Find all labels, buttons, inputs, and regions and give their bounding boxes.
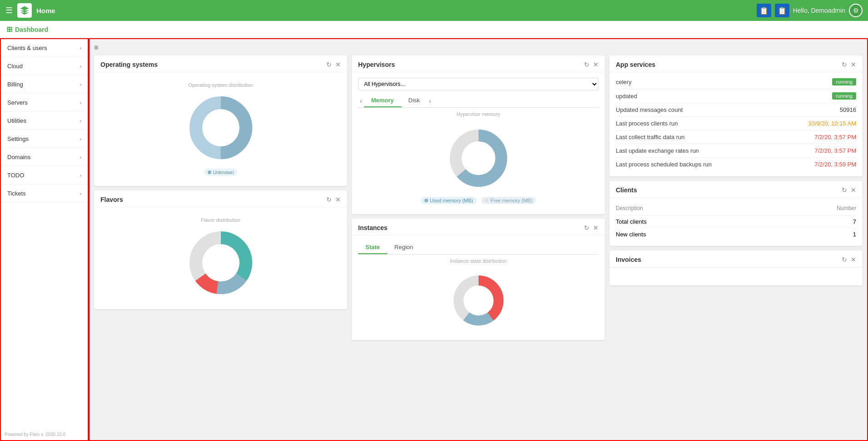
clients-col-num: Number xyxy=(763,203,856,215)
sidebar-item-servers[interactable]: Servers › xyxy=(1,94,88,112)
user-avatar[interactable]: ⚙ xyxy=(849,4,863,17)
sidebar-item-utilities[interactable]: Utilities › xyxy=(1,112,88,130)
exchange-label: Last update exchange rates run xyxy=(616,147,699,154)
app-service-row-exchange: Last update exchange rates run 7/2/20, 3… xyxy=(616,144,856,158)
hypervisors-tabs: ‹ Memory Disk › xyxy=(358,94,599,108)
chevron-right-icon: › xyxy=(80,45,81,51)
flavors-widget: Flavors ↻ ✕ Flavor distribution xyxy=(94,190,347,309)
hamburger-icon[interactable]: ☰ xyxy=(5,5,13,15)
clients-widget-title: Clients xyxy=(616,186,637,194)
content-header: ≡ xyxy=(94,44,863,52)
hyp-memory-chart: Used memory (MB) Free memory (MB) xyxy=(358,120,599,209)
hyp-prev-btn[interactable]: ‹ xyxy=(358,95,364,107)
hyp-legend-free: Free memory (MB) xyxy=(481,197,536,204)
hyp-tab-memory[interactable]: Memory xyxy=(364,94,401,107)
hypervisors-widget-refresh[interactable]: ↻ xyxy=(584,61,589,68)
sidebar-item-billing[interactable]: Billing › xyxy=(1,75,88,94)
invoices-widget-title: Invoices xyxy=(616,256,641,263)
celery-label: celery xyxy=(616,79,632,85)
traffic-label: Last collect traffic data run xyxy=(616,134,685,140)
instances-widget: Instances ↻ ✕ State Region Instance stat… xyxy=(352,219,605,340)
msg-count-value: 50916 xyxy=(840,106,856,113)
total-clients-value: 7 xyxy=(763,215,856,228)
col-right: App services ↻ ✕ celery running updated xyxy=(609,55,863,286)
flavors-widget-title: Flavors xyxy=(100,196,123,203)
updated-label: updated xyxy=(616,93,637,100)
chevron-right-icon: › xyxy=(80,190,81,197)
new-clients-value: 1 xyxy=(763,228,856,241)
clients-widget-refresh[interactable]: ↻ xyxy=(842,186,847,194)
hyp-next-btn[interactable]: › xyxy=(427,95,433,107)
instances-widget-refresh[interactable]: ↻ xyxy=(584,224,589,231)
topnav-btn1[interactable]: 📋 xyxy=(757,4,771,17)
dashboard-link[interactable]: ⊞ Dashboard xyxy=(6,25,48,34)
chevron-right-icon: › xyxy=(80,63,81,70)
chevron-right-icon: › xyxy=(80,172,81,179)
filter-icon[interactable]: ≡ xyxy=(94,44,98,51)
updated-status: running xyxy=(832,92,856,100)
sidebar-item-clients-users[interactable]: Clients & users › xyxy=(1,39,88,57)
clients-col-desc: Description xyxy=(616,203,763,215)
backups-value: 7/2/20, 3:59 PM xyxy=(814,161,856,168)
sidebar-footer: Powered by Fleio v. 2020.10.0 xyxy=(5,432,65,437)
app-services-refresh[interactable]: ↻ xyxy=(842,61,847,68)
hypervisors-widget-close[interactable]: ✕ xyxy=(593,61,599,68)
os-widget-close[interactable]: ✕ xyxy=(335,61,341,68)
os-widget-title: Operating systems xyxy=(100,61,158,68)
invoices-widget-refresh[interactable]: ↻ xyxy=(842,256,847,263)
instances-tabs: State Region xyxy=(358,241,599,255)
app-service-row-celery: celery running xyxy=(616,75,856,89)
exchange-value: 7/2/20, 3:57 PM xyxy=(814,147,856,154)
chevron-right-icon: › xyxy=(80,118,81,124)
inst-tab-state[interactable]: State xyxy=(358,241,387,254)
app-services-title: App services xyxy=(616,61,655,68)
sidebar-item-todo[interactable]: TODO › xyxy=(1,166,88,185)
inst-state-chart xyxy=(358,266,599,335)
sidebar: Clients & users › Cloud › Billing › Serv… xyxy=(0,38,89,441)
sidebar-item-tickets[interactable]: Tickets › xyxy=(1,185,88,203)
instances-widget-title: Instances xyxy=(358,224,388,231)
app-service-row-backups: Last process scheduled backups run 7/2/2… xyxy=(616,158,856,171)
hypervisors-dropdown[interactable]: All Hypervisors... xyxy=(358,78,599,90)
dashboard-grid: Operating systems ↻ ✕ Operating system d… xyxy=(94,55,863,340)
new-clients-label: New clients xyxy=(616,228,763,241)
app-service-row-updated: updated running xyxy=(616,89,856,103)
grid-icon: ⊞ xyxy=(6,25,12,34)
chevron-right-icon: › xyxy=(80,100,81,106)
hyp-tab-disk[interactable]: Disk xyxy=(401,94,427,107)
sidebar-item-cloud[interactable]: Cloud › xyxy=(1,57,88,75)
flavors-chart: Flavor distribution xyxy=(100,213,341,304)
os-widget-refresh[interactable]: ↻ xyxy=(326,61,332,68)
os-chart: Operating system distribution Unknown xyxy=(100,78,341,180)
app-service-row-msg-count: Updated messages count 50916 xyxy=(616,103,856,117)
msg-count-label: Updated messages count xyxy=(616,106,683,113)
instances-widget-close[interactable]: ✕ xyxy=(593,224,599,231)
table-row: New clients 1 xyxy=(616,228,856,241)
total-clients-label: Total clients xyxy=(616,215,763,228)
flavors-chart-label: Flavor distribution xyxy=(201,217,240,223)
subnav: ⊞ Dashboard xyxy=(0,21,868,38)
os-legend-unknown: Unknown xyxy=(204,169,238,176)
chevron-right-icon: › xyxy=(80,154,81,160)
traffic-value: 7/2/20, 3:57 PM xyxy=(814,134,856,140)
backups-label: Last process scheduled backups run xyxy=(616,161,712,168)
topnav: ☰ Home 📋 📋 Hello, Demoadmin ⚙ xyxy=(0,0,868,21)
sidebar-item-domains[interactable]: Domains › xyxy=(1,148,88,166)
os-widget: Operating systems ↻ ✕ Operating system d… xyxy=(94,55,347,186)
clients-widget-close[interactable]: ✕ xyxy=(851,186,856,194)
flavors-widget-close[interactable]: ✕ xyxy=(335,196,341,203)
inst-tab-region[interactable]: Region xyxy=(387,241,420,254)
table-row: Total clients 7 xyxy=(616,215,856,228)
topnav-greeting: Hello, Demoadmin xyxy=(793,7,845,14)
app-services-close[interactable]: ✕ xyxy=(851,61,856,68)
invoices-widget-close[interactable]: ✕ xyxy=(851,256,856,263)
hyp-chart-label: Hypervisor memory xyxy=(358,111,599,117)
sidebar-item-settings[interactable]: Settings › xyxy=(1,130,88,148)
last-clients-value: 10/9/20, 10:15 AM xyxy=(808,120,856,127)
topnav-btn2[interactable]: 📋 xyxy=(775,4,789,17)
hyp-legend-used: Used memory (MB) xyxy=(421,197,477,204)
flavors-widget-refresh[interactable]: ↻ xyxy=(326,196,332,203)
app-service-row-traffic: Last collect traffic data run 7/2/20, 3:… xyxy=(616,130,856,144)
main-content: ≡ Operating systems ↻ ✕ Opera xyxy=(89,38,868,441)
app-services-widget: App services ↻ ✕ celery running updated xyxy=(609,55,863,176)
